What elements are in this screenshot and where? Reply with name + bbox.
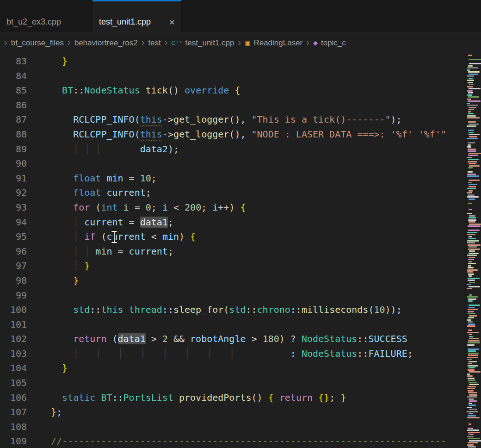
code-line[interactable]: 99	[0, 288, 465, 303]
minimap-line	[469, 394, 477, 396]
minimap-line	[469, 88, 481, 89]
breadcrumb-item-topic_c[interactable]: ◆topic_c	[313, 38, 346, 48]
minimap-line	[469, 253, 479, 254]
code-token: (	[95, 231, 106, 242]
minimap-line	[468, 380, 475, 381]
field-icon: ◆	[313, 40, 318, 46]
tab-bt_u2_ex3[interactable]: bt_u2_ex3.cpp	[0, 0, 92, 32]
code-token: //--------------------------------------…	[51, 436, 446, 447]
line-number: 108	[0, 420, 27, 435]
minimap-line	[468, 111, 471, 112]
breadcrumb-label: topic_c	[321, 38, 346, 48]
indent-guide: │	[95, 348, 101, 359]
code-line[interactable]: 109//-----------------------------------…	[0, 434, 465, 448]
code-token: BT	[101, 392, 112, 403]
code-token	[51, 231, 73, 242]
line-content: │ │ │ data2);	[51, 142, 179, 157]
code-token: FAILURE	[368, 348, 407, 359]
code-line[interactable]: 96 │ │ min = current;	[0, 244, 465, 259]
line-content: float min = 10;	[51, 171, 157, 186]
indent-guide: │	[185, 348, 190, 359]
breadcrumb-item-test[interactable]: test	[148, 38, 160, 48]
minimap-line	[467, 157, 472, 158]
code-token: ;	[407, 348, 413, 359]
code-token	[51, 187, 73, 198]
code-line[interactable]: 83 }	[0, 54, 465, 69]
code-line[interactable]: 87 RCLCPP_INFO(this->get_logger(), "This…	[0, 112, 465, 127]
code-token: SUCCESS	[368, 333, 407, 344]
code-token: }	[340, 392, 346, 403]
minimap-line	[469, 403, 472, 404]
code-line[interactable]: 95 │ if (current < min) {	[0, 230, 465, 244]
minimap-line	[469, 367, 475, 368]
breadcrumb-item-test_unit1.cpp[interactable]: C⁺⁺test_unit1.cpp	[171, 38, 234, 48]
code-token	[118, 202, 123, 213]
minimap-line	[469, 434, 474, 435]
line-number: 97	[0, 259, 27, 274]
code-line[interactable]: 106 static BT::PortsList providedPorts()…	[0, 391, 465, 405]
line-number: 86	[0, 98, 27, 113]
minimap-line	[468, 149, 476, 150]
minimap-line	[469, 63, 481, 64]
code-line[interactable]: 94 │ current = data1;	[0, 215, 465, 230]
code-token: get_logger	[173, 129, 229, 140]
code-token: return	[73, 333, 106, 344]
code-line[interactable]: 107};	[0, 405, 465, 420]
minimap-line	[467, 296, 478, 298]
code-line[interactable]: 92 float current;	[0, 186, 465, 200]
minimap-line	[467, 242, 475, 243]
code-token: {	[268, 392, 274, 403]
code-line[interactable]: 88 RCLCPP_INFO(this->get_logger(), "NODE…	[0, 127, 465, 142]
code-token: ::	[290, 304, 302, 315]
minimap-line	[468, 121, 476, 123]
code-line[interactable]: 105	[0, 376, 465, 391]
minimap-line	[468, 348, 479, 350]
code-token: data1	[118, 333, 146, 344]
code-line[interactable]: 97 │ }	[0, 259, 465, 274]
code-token	[123, 348, 140, 359]
code-line[interactable]: 108	[0, 420, 465, 435]
code-line[interactable]: 84	[0, 69, 465, 84]
code-line[interactable]: 93 for (int i = 0; i < 200; i++) {	[0, 200, 465, 215]
minimap-line	[467, 192, 472, 193]
minimap-line	[469, 334, 473, 335]
code-editor[interactable]: 83 }8485 BT::NodeStatus tick() override …	[0, 53, 481, 448]
code-line[interactable]: 104 }	[0, 361, 465, 376]
minimap-line	[468, 249, 480, 250]
close-icon[interactable]: ×	[168, 17, 176, 27]
code-line[interactable]: 98 }	[0, 274, 465, 288]
code-token: 10	[374, 304, 385, 315]
tab-test_unit1[interactable]: test_unit1.cpp ×	[92, 0, 181, 32]
code-token: ;	[151, 202, 162, 213]
minimap-line	[468, 278, 480, 279]
code-line[interactable]: 102 return (data1 > 2 && robotAngle > 18…	[0, 332, 465, 347]
code-token	[101, 348, 117, 359]
line-number: 84	[0, 69, 27, 84]
code-line[interactable]: 89 │ │ │ data2);	[0, 142, 465, 157]
code-token	[79, 246, 84, 257]
minimap-line	[469, 275, 472, 277]
code-line[interactable]: 103 │ │ │ │ │ │ │ │ : NodeStatus::FAILUR…	[0, 347, 465, 361]
code-line[interactable]: 86	[0, 98, 465, 113]
code-token: 2	[162, 333, 168, 344]
breadcrumb-item-bt_course_files[interactable]: bt_course_files	[11, 38, 64, 48]
minimap-line	[469, 413, 473, 414]
code-line[interactable]: 91 float min = 10;	[0, 171, 465, 186]
minimap-line	[469, 78, 473, 79]
minimap-line	[468, 355, 478, 356]
code-token	[51, 304, 73, 315]
breadcrumb-item-behaviortree_ros2[interactable]: behaviortree_ros2	[74, 38, 138, 48]
code-line[interactable]: 85 BT::NodeStatus tick() override {	[0, 83, 465, 98]
code-line[interactable]: 100 std::this_thread::sleep_for(std::chr…	[0, 303, 465, 317]
code-line[interactable]: 90	[0, 156, 465, 171]
breadcrumb-item-ReadingLaser[interactable]: ▣ReadingLaser	[245, 38, 302, 48]
code-token: return	[279, 392, 313, 403]
indent-guide: │	[73, 246, 79, 257]
code-token	[79, 260, 84, 271]
line-content: static BT::PortsList providedPorts() { r…	[51, 391, 346, 405]
code-line[interactable]: 101	[0, 317, 465, 332]
code-token: }	[73, 275, 79, 286]
minimap[interactable]	[465, 53, 481, 448]
tab-bar-empty-space	[181, 0, 481, 32]
code-token: {	[190, 231, 196, 242]
